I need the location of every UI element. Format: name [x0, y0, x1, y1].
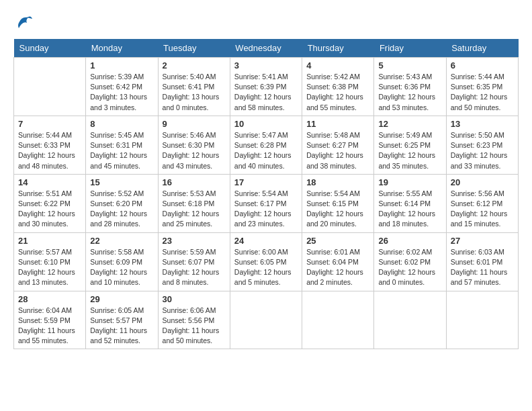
day-number: 12: [378, 119, 441, 129]
day-number: 14: [18, 177, 81, 187]
day-number: 22: [90, 236, 153, 246]
day-number: 11: [306, 119, 369, 129]
page-header: [13, 13, 519, 32]
day-number: 3: [234, 60, 298, 71]
day-info: Sunrise: 5:39 AMSunset: 6:42 PMDaylight:…: [90, 72, 153, 113]
day-info: Sunrise: 5:59 AMSunset: 6:07 PMDaylight:…: [163, 247, 226, 288]
day-number: 15: [90, 177, 153, 187]
day-cell-17: 17Sunrise: 5:54 AMSunset: 6:17 PMDayligh…: [230, 174, 302, 232]
day-number: 6: [451, 60, 514, 71]
day-cell-12: 12Sunrise: 5:49 AMSunset: 6:25 PMDayligh…: [374, 116, 446, 174]
logo-bird-icon: [13, 13, 34, 32]
empty-cell: [14, 58, 86, 116]
day-cell-15: 15Sunrise: 5:52 AMSunset: 6:20 PMDayligh…: [86, 174, 158, 232]
day-info: Sunrise: 6:02 AMSunset: 6:02 PMDaylight:…: [378, 247, 441, 288]
weekday-header-tuesday: Tuesday: [158, 39, 230, 58]
day-number: 1: [90, 60, 153, 71]
empty-cell: [446, 291, 518, 349]
day-cell-27: 27Sunrise: 6:03 AMSunset: 6:01 PMDayligh…: [446, 232, 518, 291]
calendar-week-2: 7Sunrise: 5:44 AMSunset: 6:33 PMDaylight…: [14, 116, 519, 174]
day-number: 13: [451, 119, 514, 129]
day-cell-13: 13Sunrise: 5:50 AMSunset: 6:23 PMDayligh…: [446, 116, 518, 174]
day-cell-18: 18Sunrise: 5:54 AMSunset: 6:15 PMDayligh…: [302, 174, 374, 232]
day-number: 20: [451, 177, 514, 187]
day-info: Sunrise: 6:00 AMSunset: 6:05 PMDaylight:…: [234, 247, 298, 288]
day-info: Sunrise: 6:06 AMSunset: 5:56 PMDaylight:…: [163, 306, 226, 347]
day-info: Sunrise: 5:53 AMSunset: 6:18 PMDaylight:…: [163, 189, 226, 230]
day-cell-26: 26Sunrise: 6:02 AMSunset: 6:02 PMDayligh…: [374, 232, 446, 291]
day-info: Sunrise: 5:58 AMSunset: 6:09 PMDaylight:…: [90, 247, 153, 288]
day-info: Sunrise: 5:46 AMSunset: 6:30 PMDaylight:…: [163, 130, 226, 171]
day-info: Sunrise: 5:41 AMSunset: 6:39 PMDaylight:…: [234, 72, 298, 113]
day-number: 19: [378, 177, 441, 187]
calendar-week-5: 28Sunrise: 6:04 AMSunset: 5:59 PMDayligh…: [14, 291, 519, 349]
day-number: 7: [18, 119, 81, 129]
day-cell-7: 7Sunrise: 5:44 AMSunset: 6:33 PMDaylight…: [14, 116, 86, 174]
day-info: Sunrise: 5:55 AMSunset: 6:14 PMDaylight:…: [378, 189, 441, 230]
calendar-week-4: 21Sunrise: 5:57 AMSunset: 6:10 PMDayligh…: [14, 232, 519, 291]
day-cell-11: 11Sunrise: 5:48 AMSunset: 6:27 PMDayligh…: [302, 116, 374, 174]
empty-cell: [230, 291, 302, 349]
day-cell-19: 19Sunrise: 5:55 AMSunset: 6:14 PMDayligh…: [374, 174, 446, 232]
day-number: 26: [378, 236, 441, 246]
day-cell-9: 9Sunrise: 5:46 AMSunset: 6:30 PMDaylight…: [158, 116, 230, 174]
day-number: 21: [18, 236, 81, 246]
day-cell-29: 29Sunrise: 6:05 AMSunset: 5:57 PMDayligh…: [86, 291, 158, 349]
day-cell-5: 5Sunrise: 5:43 AMSunset: 6:36 PMDaylight…: [374, 58, 446, 116]
weekday-header-wednesday: Wednesday: [230, 39, 302, 58]
day-cell-8: 8Sunrise: 5:45 AMSunset: 6:31 PMDaylight…: [86, 116, 158, 174]
calendar-week-1: 1Sunrise: 5:39 AMSunset: 6:42 PMDaylight…: [14, 58, 519, 116]
day-info: Sunrise: 5:42 AMSunset: 6:38 PMDaylight:…: [306, 72, 369, 113]
calendar-week-3: 14Sunrise: 5:51 AMSunset: 6:22 PMDayligh…: [14, 174, 519, 232]
day-number: 4: [306, 60, 369, 71]
empty-cell: [302, 291, 374, 349]
day-info: Sunrise: 5:44 AMSunset: 6:35 PMDaylight:…: [451, 72, 514, 113]
day-number: 5: [378, 60, 441, 71]
day-number: 24: [234, 236, 298, 246]
day-info: Sunrise: 5:57 AMSunset: 6:10 PMDaylight:…: [18, 247, 81, 288]
day-number: 23: [163, 236, 226, 246]
day-cell-3: 3Sunrise: 5:41 AMSunset: 6:39 PMDaylight…: [230, 58, 302, 116]
day-number: 28: [18, 294, 81, 304]
day-info: Sunrise: 5:44 AMSunset: 6:33 PMDaylight:…: [18, 130, 81, 171]
day-number: 9: [163, 119, 226, 129]
day-number: 17: [234, 177, 298, 187]
day-cell-20: 20Sunrise: 5:56 AMSunset: 6:12 PMDayligh…: [446, 174, 518, 232]
day-cell-4: 4Sunrise: 5:42 AMSunset: 6:38 PMDaylight…: [302, 58, 374, 116]
day-cell-28: 28Sunrise: 6:04 AMSunset: 5:59 PMDayligh…: [14, 291, 86, 349]
logo: [13, 13, 36, 32]
empty-cell: [374, 291, 446, 349]
day-number: 16: [163, 177, 226, 187]
day-number: 10: [234, 119, 298, 129]
day-number: 29: [90, 294, 153, 304]
day-info: Sunrise: 5:56 AMSunset: 6:12 PMDaylight:…: [451, 189, 514, 230]
day-info: Sunrise: 5:48 AMSunset: 6:27 PMDaylight:…: [306, 130, 369, 171]
day-info: Sunrise: 5:54 AMSunset: 6:17 PMDaylight:…: [234, 189, 298, 230]
day-info: Sunrise: 6:04 AMSunset: 5:59 PMDaylight:…: [18, 306, 81, 347]
day-number: 30: [163, 294, 226, 304]
day-info: Sunrise: 5:40 AMSunset: 6:41 PMDaylight:…: [163, 72, 226, 113]
day-info: Sunrise: 5:51 AMSunset: 6:22 PMDaylight:…: [18, 189, 81, 230]
day-info: Sunrise: 6:03 AMSunset: 6:01 PMDaylight:…: [451, 247, 514, 288]
day-info: Sunrise: 5:54 AMSunset: 6:15 PMDaylight:…: [306, 189, 369, 230]
day-cell-6: 6Sunrise: 5:44 AMSunset: 6:35 PMDaylight…: [446, 58, 518, 116]
day-info: Sunrise: 6:01 AMSunset: 6:04 PMDaylight:…: [306, 247, 369, 288]
calendar-table: SundayMondayTuesdayWednesdayThursdayFrid…: [13, 39, 519, 349]
weekday-header-friday: Friday: [374, 39, 446, 58]
day-cell-10: 10Sunrise: 5:47 AMSunset: 6:28 PMDayligh…: [230, 116, 302, 174]
day-info: Sunrise: 5:43 AMSunset: 6:36 PMDaylight:…: [378, 72, 441, 113]
weekday-header-thursday: Thursday: [302, 39, 374, 58]
weekday-header-sunday: Sunday: [14, 39, 86, 58]
day-number: 18: [306, 177, 369, 187]
day-info: Sunrise: 5:49 AMSunset: 6:25 PMDaylight:…: [378, 130, 441, 171]
day-info: Sunrise: 5:47 AMSunset: 6:28 PMDaylight:…: [234, 130, 298, 171]
day-number: 25: [306, 236, 369, 246]
day-cell-1: 1Sunrise: 5:39 AMSunset: 6:42 PMDaylight…: [86, 58, 158, 116]
day-cell-14: 14Sunrise: 5:51 AMSunset: 6:22 PMDayligh…: [14, 174, 86, 232]
weekday-header-row: SundayMondayTuesdayWednesdayThursdayFrid…: [14, 39, 519, 58]
day-number: 27: [451, 236, 514, 246]
day-info: Sunrise: 5:50 AMSunset: 6:23 PMDaylight:…: [451, 130, 514, 171]
day-number: 2: [163, 60, 226, 71]
day-cell-21: 21Sunrise: 5:57 AMSunset: 6:10 PMDayligh…: [14, 232, 86, 291]
day-cell-2: 2Sunrise: 5:40 AMSunset: 6:41 PMDaylight…: [158, 58, 230, 116]
